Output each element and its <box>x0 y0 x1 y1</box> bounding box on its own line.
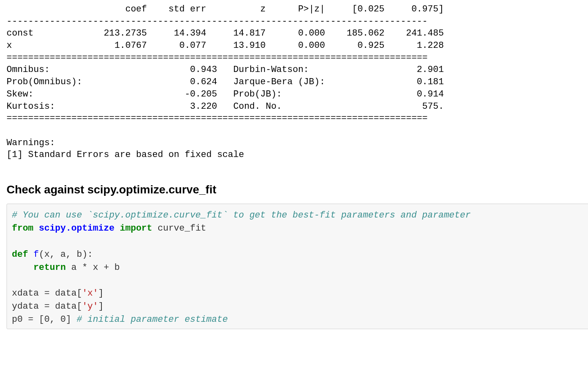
string-literal: 'x' <box>82 288 99 298</box>
keyword-def: def <box>12 249 28 260</box>
keyword-from: from <box>12 223 34 233</box>
regression-output-block: coef std err z P>|z| [0.025 0.975] -----… <box>7 3 588 161</box>
section-heading: Check against scipy.optimize.curve_fit <box>7 183 588 196</box>
function-signature: (x, a, b): <box>39 249 93 260</box>
code-comment: # initial parameter estimate <box>76 314 228 325</box>
code-comment: # You can use `scipy.optimize.curve_fit`… <box>12 210 471 220</box>
string-literal: 'y' <box>82 301 99 312</box>
code-text: ] <box>98 301 103 312</box>
keyword-import: import <box>120 223 152 233</box>
return-expr: a * x + b <box>66 263 120 273</box>
module-name: scipy.optimize <box>39 223 114 233</box>
code-text: p0 = [0, 0] <box>12 314 76 325</box>
code-cell[interactable]: # You can use `scipy.optimize.curve_fit`… <box>7 204 588 329</box>
imported-name: curve_fit <box>157 223 206 233</box>
code-text: ] <box>98 288 103 298</box>
code-text: ydata = data[ <box>12 301 82 312</box>
keyword-return: return <box>34 263 66 273</box>
code-block: # You can use `scipy.optimize.curve_fit`… <box>12 209 588 326</box>
code-text: xdata = data[ <box>12 288 82 298</box>
function-name: f <box>34 249 39 260</box>
